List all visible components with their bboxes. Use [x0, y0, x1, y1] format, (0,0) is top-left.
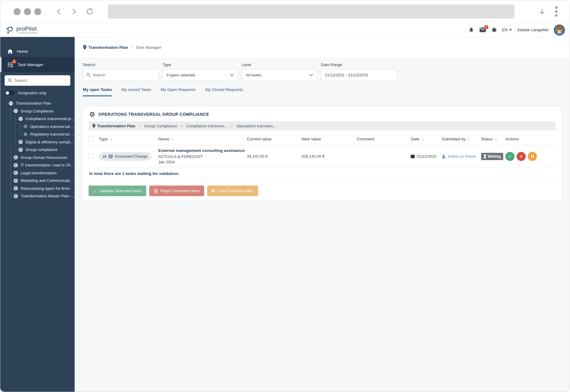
tree-connector — [20, 126, 23, 127]
tree-toggle-icon[interactable]: + — [14, 163, 18, 167]
tree-toggle-icon[interactable]: + — [14, 194, 18, 198]
tab[interactable]: My Open Requests — [161, 87, 196, 96]
tree-toggle-icon[interactable] — [24, 125, 27, 128]
column-header[interactable]: New Value — [302, 137, 357, 141]
row-checkbox[interactable] — [89, 154, 94, 159]
tree-item[interactable]: + Group compliance — [0, 146, 75, 154]
tree-item[interactable]: − Transformation Plan — [0, 99, 75, 107]
gear-icon[interactable] — [491, 27, 497, 33]
sort-icon[interactable]: ↑↓ — [421, 137, 423, 141]
x-icon: ✕ — [519, 154, 523, 159]
level-filter-select[interactable]: All levels — [242, 69, 317, 81]
column-header-label: Status — [481, 137, 493, 141]
search-filter-input[interactable] — [93, 73, 155, 77]
column-header[interactable]: Current value — [247, 137, 302, 141]
column-header[interactable]: Type ↑↓ — [99, 137, 158, 141]
column-header[interactable]: Name ↑↓ — [158, 137, 247, 141]
tree-connector — [15, 150, 19, 150]
tree-toggle-icon[interactable]: + — [19, 140, 23, 144]
window-control-dot[interactable] — [14, 8, 21, 15]
column-header[interactable]: Actions — [505, 137, 555, 141]
language-selector[interactable]: EN — [502, 28, 512, 32]
tree-item[interactable]: + Group Human Ressources — [0, 154, 75, 162]
card-breadcrumb-root[interactable]: Transformation Plan — [92, 124, 135, 128]
submitted-by-cell: Arthur Le Grixxx — [442, 154, 481, 159]
tree-item[interactable]: + IT transformation: road to 20... — [0, 161, 75, 169]
tree-toggle-icon[interactable]: − — [14, 109, 18, 113]
url-bar[interactable] — [108, 5, 514, 18]
card-breadcrumb-item[interactable]: Operations transvers... — [237, 124, 277, 128]
pin-icon — [92, 124, 96, 128]
sidebar-item-home[interactable]: Home — [0, 45, 75, 57]
validate-task-button[interactable]: ✓ — [505, 152, 514, 161]
user-name[interactable]: Juliette Langellier — [517, 28, 549, 32]
window-control-dot[interactable] — [24, 8, 31, 15]
window-control-dot[interactable] — [34, 8, 41, 15]
task-name-cell: External management consulting assistanc… — [158, 148, 247, 165]
download-icon[interactable] — [538, 8, 546, 15]
tree-item[interactable]: + Restructuring types for firms — [0, 185, 75, 193]
tree-item[interactable]: − Group Compliance — [0, 107, 75, 115]
sidebar-search-input[interactable] — [5, 75, 70, 86]
tree-connector — [15, 142, 19, 142]
column-header[interactable]: Date ↑↓ — [411, 137, 442, 141]
tab[interactable]: My open Tasks — [83, 87, 112, 96]
card-breadcrumb-item[interactable]: Group Compliance — [144, 124, 177, 128]
forward-icon[interactable] — [70, 8, 78, 15]
select-all-checkbox[interactable] — [89, 136, 94, 142]
column-header[interactable]: Submitted by ↑↓ — [442, 137, 481, 141]
propilot-logo[interactable]: proPilot — Powered by dFakto — [6, 26, 37, 34]
column-header[interactable]: Status ↑↓ — [481, 137, 505, 141]
breadcrumb-separator: / — [181, 124, 182, 128]
breadcrumb-separator: / — [131, 45, 133, 50]
tree-connector — [11, 165, 14, 166]
status-badge: Waiting — [481, 153, 503, 160]
validate-selected-button[interactable]: ✓ Validate Selected tasks — [89, 186, 146, 196]
refresh-icon[interactable] — [86, 7, 94, 16]
reject-task-button[interactable]: ✕ — [517, 152, 526, 161]
sort-icon[interactable]: ↑↓ — [494, 137, 497, 141]
assignation-only-toggle[interactable] — [5, 91, 14, 95]
tree-connector — [11, 157, 14, 158]
kebab-menu-icon[interactable] — [555, 6, 558, 17]
window-controls — [14, 8, 41, 15]
tree-toggle-icon[interactable]: + — [14, 186, 18, 190]
tree-toggle-icon[interactable]: + — [14, 179, 18, 183]
tree-item[interactable]: + Transformation Master Plan -... — [0, 192, 75, 200]
breadcrumb-root[interactable]: Transformation Plan — [83, 45, 128, 50]
tree-item[interactable]: − Compliance transversal pr... — [0, 115, 75, 123]
tab[interactable]: My Closed Requests — [205, 87, 243, 96]
tree-item[interactable]: Operations transversal ... — [0, 123, 75, 131]
language-label: EN — [502, 28, 508, 32]
tree-toggle-icon[interactable]: − — [9, 101, 13, 106]
tab[interactable]: My closed Tasks — [121, 87, 151, 96]
sort-icon[interactable]: ↑↓ — [110, 137, 112, 141]
tree-item[interactable]: + Legal transformation — [0, 169, 75, 177]
sort-icon[interactable]: ↑↓ — [171, 137, 173, 141]
tree-item[interactable]: + Digital & efficiency compli... — [0, 138, 75, 146]
back-icon[interactable] — [55, 8, 63, 15]
hold-task-button[interactable] — [528, 152, 537, 161]
mail-icon[interactable]: 1 — [479, 27, 486, 32]
date-range-input[interactable]: 21/12/2021 - 21/12/2023 — [321, 69, 397, 81]
tree-toggle-icon[interactable]: + — [14, 155, 18, 159]
card-breadcrumb-item[interactable]: Compliance transvers... — [186, 124, 228, 128]
sidebar-item-task-manager[interactable]: 1 Task Manager — [0, 57, 75, 72]
tree-toggle-icon[interactable] — [24, 132, 27, 136]
tree-item[interactable]: + Marketing and Communicati... — [0, 177, 75, 185]
type-filter-select[interactable]: 5 types selected — [163, 69, 238, 81]
tree-toggle-icon[interactable]: + — [19, 148, 23, 152]
avatar[interactable] — [554, 25, 565, 35]
tree-item[interactable]: Regulatory transversal ... — [0, 130, 75, 138]
hourglass-icon — [484, 155, 486, 158]
submitted-by-link[interactable]: Arthur Le Grixxx — [447, 154, 476, 159]
tree-toggle-icon[interactable]: − — [19, 117, 23, 121]
bell-icon[interactable] — [468, 27, 474, 33]
column-header[interactable]: Comment — [357, 137, 411, 141]
tree-toggle-icon[interactable]: + — [14, 171, 18, 175]
tree-item-label: Regulatory transversal ... — [30, 132, 74, 136]
hold-selected-button[interactable]: Hold Selected tasks — [207, 186, 258, 196]
reject-selected-button[interactable]: Reject Selected tasks — [149, 186, 204, 196]
sort-icon[interactable]: ↑↓ — [467, 137, 470, 141]
column-header-label: Date — [411, 137, 420, 141]
